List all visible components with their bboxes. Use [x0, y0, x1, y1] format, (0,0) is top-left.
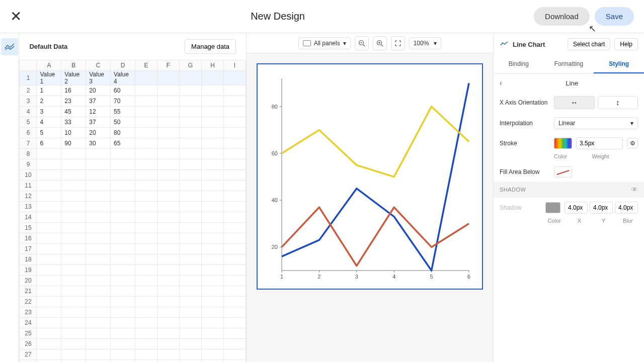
fit-screen-button[interactable] — [391, 36, 405, 50]
cell[interactable] — [111, 286, 135, 297]
col-header[interactable]: I — [223, 60, 246, 71]
cell[interactable] — [135, 71, 157, 85]
cell[interactable] — [111, 191, 135, 202]
cell[interactable]: 2 — [37, 96, 61, 107]
cell[interactable] — [223, 360, 246, 363]
table-row[interactable]: 21 — [20, 286, 246, 297]
cell[interactable] — [201, 71, 223, 85]
cell[interactable] — [223, 339, 246, 349]
cell[interactable] — [86, 328, 111, 339]
cell[interactable] — [157, 276, 179, 286]
cell[interactable] — [223, 117, 246, 128]
cell[interactable] — [37, 180, 61, 191]
row-number[interactable]: 19 — [20, 265, 37, 276]
cell[interactable] — [179, 117, 201, 128]
cell[interactable]: 70 — [111, 96, 135, 107]
cell[interactable] — [37, 202, 61, 212]
cell[interactable] — [61, 339, 86, 349]
table-row[interactable]: 23 — [20, 307, 246, 318]
cell[interactable] — [157, 71, 179, 85]
cell[interactable]: 6 — [37, 138, 61, 149]
cell[interactable] — [37, 349, 61, 360]
row-number[interactable]: 23 — [20, 307, 37, 318]
download-button[interactable]: Download — [534, 7, 590, 26]
cell[interactable] — [201, 180, 223, 191]
cell[interactable] — [111, 360, 135, 363]
cell[interactable] — [61, 212, 86, 223]
row-number[interactable]: 3 — [20, 96, 37, 107]
visibility-toggle-icon[interactable]: 👁 — [631, 186, 638, 194]
cell[interactable] — [201, 170, 223, 180]
cell[interactable] — [37, 212, 61, 223]
cell[interactable] — [201, 128, 223, 138]
help-button[interactable]: Help — [614, 38, 638, 50]
cell[interactable]: 80 — [111, 128, 135, 138]
cell[interactable] — [86, 265, 111, 276]
col-header[interactable]: E — [135, 60, 157, 71]
table-row[interactable]: 76903065 — [20, 138, 246, 149]
panels-dropdown[interactable]: All panels ▾ — [298, 37, 351, 49]
shadow-blur-input[interactable] — [615, 202, 638, 214]
table-row[interactable]: 65102080 — [20, 128, 246, 138]
cell[interactable]: Value 1 — [37, 71, 61, 85]
cell[interactable] — [157, 244, 179, 254]
row-number[interactable]: 8 — [20, 149, 37, 159]
row-number[interactable]: 26 — [20, 339, 37, 349]
cell[interactable] — [111, 307, 135, 318]
cell[interactable] — [111, 328, 135, 339]
table-row[interactable]: 14 — [20, 212, 246, 223]
cell[interactable]: 50 — [111, 117, 135, 128]
cell[interactable] — [157, 297, 179, 307]
cell[interactable] — [86, 170, 111, 180]
cell[interactable] — [135, 117, 157, 128]
cell[interactable] — [37, 339, 61, 349]
cell[interactable] — [37, 149, 61, 159]
row-number[interactable]: 25 — [20, 328, 37, 339]
table-row[interactable]: 32233770 — [20, 96, 246, 107]
cell[interactable] — [135, 128, 157, 138]
cell[interactable] — [135, 254, 157, 265]
cell[interactable] — [223, 128, 246, 138]
cell[interactable] — [86, 339, 111, 349]
cell[interactable] — [111, 276, 135, 286]
cell[interactable] — [201, 85, 223, 96]
shadow-color-swatch[interactable] — [545, 202, 560, 213]
cell[interactable] — [179, 286, 201, 297]
cell[interactable] — [179, 180, 201, 191]
cell[interactable] — [201, 297, 223, 307]
cell[interactable] — [179, 297, 201, 307]
cell[interactable] — [201, 212, 223, 223]
cell[interactable] — [86, 202, 111, 212]
table-row[interactable]: 18 — [20, 254, 246, 265]
data-grid[interactable]: ABCDEFGHI 1Value 1Value 2Value 3Value 42… — [19, 60, 246, 362]
cell[interactable]: Value 3 — [86, 71, 111, 85]
cell[interactable] — [223, 233, 246, 244]
cell[interactable] — [37, 191, 61, 202]
cell[interactable]: 33 — [61, 117, 86, 128]
cell[interactable] — [86, 307, 111, 318]
cell[interactable] — [157, 191, 179, 202]
cell[interactable] — [179, 360, 201, 363]
cell[interactable] — [179, 349, 201, 360]
cell[interactable] — [111, 212, 135, 223]
cell[interactable] — [111, 254, 135, 265]
cell[interactable] — [179, 191, 201, 202]
table-row[interactable]: 17 — [20, 244, 246, 254]
cell[interactable] — [157, 328, 179, 339]
row-number[interactable]: 14 — [20, 212, 37, 223]
stroke-settings-button[interactable]: ⚙ — [627, 138, 638, 149]
cell[interactable] — [61, 307, 86, 318]
cell[interactable] — [61, 286, 86, 297]
table-row[interactable]: 10 — [20, 170, 246, 180]
row-number[interactable]: 16 — [20, 233, 37, 244]
table-row[interactable]: 12 — [20, 191, 246, 202]
cell[interactable] — [135, 328, 157, 339]
cell[interactable] — [135, 233, 157, 244]
cell[interactable] — [111, 318, 135, 328]
table-row[interactable]: 28 — [20, 360, 246, 363]
cell[interactable] — [135, 159, 157, 170]
tab-formatting[interactable]: Formatting — [544, 55, 594, 73]
table-row[interactable]: 1Value 1Value 2Value 3Value 4 — [20, 71, 246, 85]
cell[interactable] — [157, 149, 179, 159]
cell[interactable] — [135, 360, 157, 363]
